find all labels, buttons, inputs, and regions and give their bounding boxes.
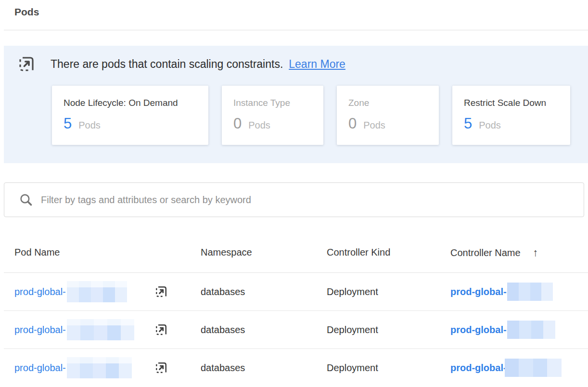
controller-kind-cell: Deployment [327,324,450,335]
redacted-pod-name [67,319,134,340]
controller-name-link[interactable]: prod-global-l [450,324,509,335]
card-unit: Pods [78,120,101,131]
card-count: 5 [64,115,72,132]
pod-name-link[interactable]: prod-global- [14,286,66,297]
card-zone[interactable]: Zone 0 Pods [337,86,439,145]
card-count: 5 [464,115,472,132]
card-unit: Pods [363,120,385,131]
search-icon [19,193,33,207]
banner-message: There are pods that contain scaling cons… [51,58,283,71]
search-input[interactable] [41,194,584,206]
card-title: Zone [348,98,427,108]
namespace-cell: databases [201,362,327,374]
controller-name-link[interactable]: prod-global-l [450,286,509,297]
pod-name-link[interactable]: prod-global- [14,324,66,335]
header-controller-name-label: Controller Name [450,247,521,258]
scale-up-icon[interactable] [154,284,168,299]
header-controller-kind[interactable]: Controller Kind [327,247,450,258]
filter-search-bar[interactable] [4,182,584,217]
scale-up-icon[interactable] [154,322,168,337]
sort-arrow-up-icon[interactable]: ↑ [533,246,538,258]
table-row: prod-global- databases Deployment prod-g… [4,311,588,349]
pod-name-link[interactable]: prod-global- [14,362,66,374]
card-unit: Pods [479,120,501,131]
scale-up-icon [17,54,36,74]
header-namespace[interactable]: Namespace [201,247,327,258]
scale-up-icon[interactable] [154,361,168,375]
card-restrict-scale-down[interactable]: Restrict Scale Down 5 Pods [452,86,570,145]
controller-kind-cell: Deployment [327,362,450,374]
redacted-pod-name [67,357,132,378]
card-title: Node Lifecycle: On Demand [64,98,197,108]
redacted-pod-name [67,281,127,302]
namespace-cell: databases [201,286,327,297]
table-row: prod-global- databases Deployment prod-g… [4,349,588,387]
header-pod-name[interactable]: Pod Name [4,247,201,258]
card-count: 0 [233,115,242,132]
controller-name-link[interactable]: prod-global- [450,362,507,374]
page-title: Pods [0,0,588,18]
card-instance-type[interactable]: Instance Type 0 Pods [222,86,323,145]
card-unit: Pods [248,120,270,131]
redacted-controller-name [507,283,553,301]
pods-table: Pod Name Namespace Controller Kind Contr… [4,217,588,387]
redacted-controller-name [505,359,562,377]
header-controller-name[interactable]: Controller Name ↑ [450,246,588,259]
card-title: Restrict Scale Down [464,98,559,108]
scaling-constraints-banner: There are pods that contain scaling cons… [4,46,588,163]
namespace-cell: databases [201,324,327,335]
card-count: 0 [348,115,357,132]
redacted-controller-name [507,321,555,339]
table-row: prod-global- databases Deployment prod-g… [4,273,588,311]
divider [4,30,588,30]
table-header-row: Pod Name Namespace Controller Kind Contr… [4,217,588,273]
controller-kind-cell: Deployment [327,286,450,297]
card-title: Instance Type [233,98,312,108]
constraint-cards: Node Lifecycle: On Demand 5 Pods Instanc… [52,86,588,145]
learn-more-link[interactable]: Learn More [289,58,345,71]
card-node-lifecycle[interactable]: Node Lifecycle: On Demand 5 Pods [52,86,208,145]
